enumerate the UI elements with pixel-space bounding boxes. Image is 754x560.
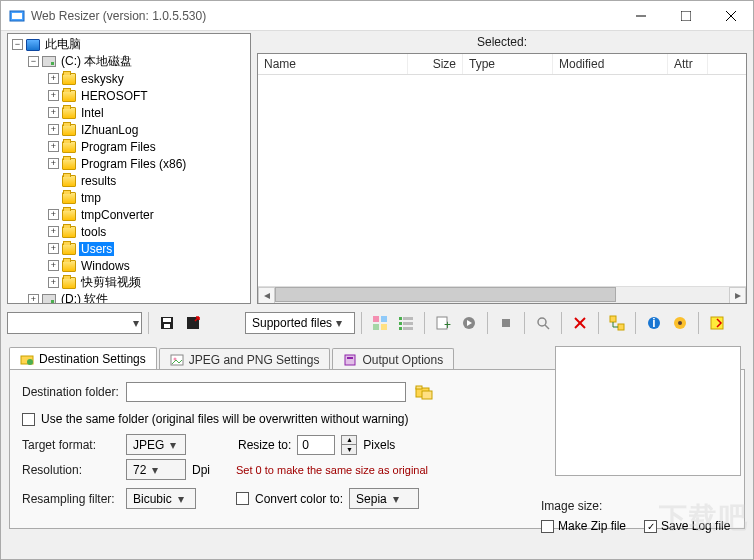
collapse-icon[interactable]: − (28, 56, 39, 67)
folder-icon (62, 209, 76, 221)
spinner-up-icon[interactable]: ▲ (342, 436, 356, 445)
chevron-down-icon: ▾ (152, 463, 158, 477)
expand-icon[interactable]: + (48, 141, 59, 152)
target-format-combo[interactable]: JPEG▾ (126, 434, 186, 455)
resampling-label: Resampling filter: (22, 492, 120, 506)
info-icon[interactable]: i (642, 311, 666, 335)
chevron-down-icon: ▾ (336, 316, 342, 330)
selected-header: Selected: (257, 33, 747, 53)
add-all-icon[interactable] (457, 311, 481, 335)
expand-icon[interactable]: + (48, 277, 59, 288)
resampling-combo[interactable]: Bicubic▾ (126, 488, 196, 509)
options-icon[interactable] (605, 311, 629, 335)
browse-folder-button[interactable] (412, 380, 436, 404)
drive-icon (42, 294, 56, 304)
add-files-icon[interactable]: + (431, 311, 455, 335)
expand-icon[interactable]: + (48, 107, 59, 118)
col-attr[interactable]: Attr (668, 54, 708, 74)
expand-icon[interactable]: + (48, 260, 59, 271)
make-zip-label: Make Zip file (558, 519, 626, 533)
save-log-checkbox[interactable]: ✓ (644, 520, 657, 533)
collapse-icon[interactable]: − (12, 39, 23, 50)
save-icon[interactable] (155, 311, 179, 335)
expand-icon[interactable]: + (48, 73, 59, 84)
svg-rect-13 (381, 324, 387, 330)
tree-folder[interactable]: Program Files (x86) (79, 157, 188, 171)
expand-icon[interactable]: + (28, 294, 39, 304)
folder-tree[interactable]: −此电脑 −(C:) 本地磁盘 +eskysky +HEROSOFT +Inte… (7, 33, 251, 304)
delete-icon[interactable] (568, 311, 592, 335)
file-list[interactable]: Name Size Type Modified Attr ◂ ▸ (257, 53, 747, 304)
tab-destination-settings[interactable]: Destination Settings (9, 347, 157, 370)
convert-color-checkbox[interactable] (236, 492, 249, 505)
expand-icon[interactable]: + (48, 158, 59, 169)
app-icon (9, 8, 25, 24)
expand-icon[interactable]: + (48, 90, 59, 101)
list-view-icon[interactable] (394, 311, 418, 335)
tab-output-options[interactable]: Output Options (332, 348, 454, 371)
same-folder-checkbox[interactable] (22, 413, 35, 426)
col-modified[interactable]: Modified (553, 54, 668, 74)
svg-rect-8 (164, 324, 170, 328)
tab-output-label: Output Options (362, 353, 443, 367)
tree-folder-selected[interactable]: Users (79, 242, 114, 256)
window-title: Web Resizer (version: 1.0.5.530) (31, 9, 618, 23)
horizontal-scrollbar[interactable]: ◂ ▸ (258, 286, 746, 303)
scroll-left-icon[interactable]: ◂ (258, 287, 275, 304)
resize-to-input[interactable] (297, 435, 335, 455)
tree-folder[interactable]: Windows (79, 259, 132, 273)
make-zip-checkbox[interactable] (541, 520, 554, 533)
tree-drive-c[interactable]: (C:) 本地磁盘 (59, 53, 134, 70)
file-list-header[interactable]: Name Size Type Modified Attr (258, 54, 746, 75)
scroll-thumb[interactable] (275, 287, 616, 302)
dest-folder-input[interactable] (126, 382, 406, 402)
col-size[interactable]: Size (408, 54, 463, 74)
chevron-down-icon: ▾ (393, 492, 399, 506)
tree-folder[interactable]: results (79, 174, 118, 188)
stop-icon[interactable] (494, 311, 518, 335)
folder-icon (62, 243, 76, 255)
load-project-icon[interactable] (181, 311, 205, 335)
chevron-down-icon: ▾ (133, 316, 139, 330)
link-icon[interactable] (668, 311, 692, 335)
close-button[interactable] (708, 1, 753, 30)
tree-folder[interactable]: Program Files (79, 140, 158, 154)
thumbnails-icon[interactable] (368, 311, 392, 335)
same-folder-label: Use the same folder (original files will… (41, 412, 409, 426)
drive-icon (42, 56, 56, 67)
col-name[interactable]: Name (258, 54, 408, 74)
tab-jpeg-png-settings[interactable]: JPEG and PNG Settings (159, 348, 331, 371)
svg-rect-1 (12, 13, 22, 19)
tree-folder[interactable]: Intel (79, 106, 106, 120)
resolution-label: Resolution: (22, 463, 120, 477)
expand-icon[interactable]: + (48, 209, 59, 220)
minimize-button[interactable] (618, 1, 663, 30)
tree-folder[interactable]: tools (79, 225, 108, 239)
exit-icon[interactable] (705, 311, 729, 335)
tree-drive-d[interactable]: (D:) 软件 (59, 291, 110, 304)
svg-rect-12 (373, 324, 379, 330)
tree-folder[interactable]: tmp (79, 191, 103, 205)
file-filter-combo[interactable]: Supported files▾ (245, 312, 355, 334)
tree-folder[interactable]: 快剪辑视频 (79, 274, 143, 291)
save-log-label: Save Log file (661, 519, 730, 533)
expand-icon[interactable]: + (48, 226, 59, 237)
expand-icon[interactable]: + (48, 124, 59, 135)
svg-rect-43 (422, 391, 432, 399)
scroll-right-icon[interactable]: ▸ (729, 287, 746, 304)
path-combo[interactable]: ▾ (7, 312, 142, 334)
spinner-down-icon[interactable]: ▼ (342, 445, 356, 454)
tree-folder[interactable]: tmpConverter (79, 208, 156, 222)
tree-root[interactable]: 此电脑 (43, 36, 83, 53)
zoom-icon[interactable] (531, 311, 555, 335)
tree-folder[interactable]: IZhuanLog (79, 123, 140, 137)
expand-icon[interactable]: + (48, 243, 59, 254)
resolution-combo[interactable]: 72▾ (126, 459, 186, 480)
folder-icon (62, 175, 76, 187)
tree-folder[interactable]: eskysky (79, 72, 126, 86)
maximize-button[interactable] (663, 1, 708, 30)
col-type[interactable]: Type (463, 54, 553, 74)
tree-folder[interactable]: HEROSOFT (79, 89, 150, 103)
svg-rect-7 (163, 318, 171, 322)
convert-color-combo[interactable]: Sepia▾ (349, 488, 419, 509)
